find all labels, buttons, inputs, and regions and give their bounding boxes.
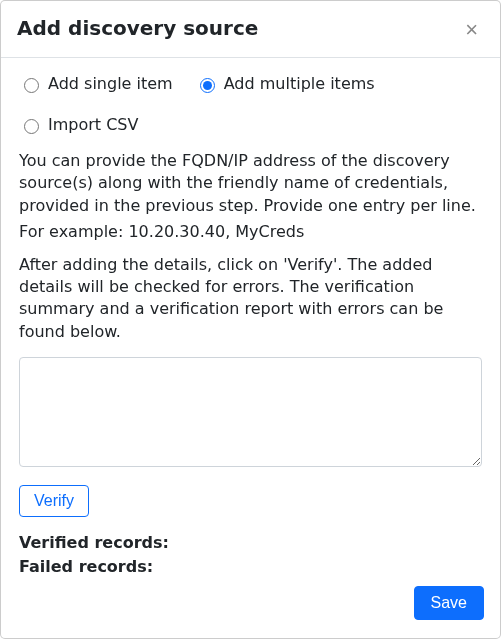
radio-label-multiple: Add multiple items [224, 74, 375, 93]
verify-button[interactable]: Verify [19, 485, 89, 517]
failed-records-label: Failed records: [19, 557, 153, 574]
help-example: For example: 10.20.30.40, MyCreds [19, 221, 482, 243]
help-text: You can provide the FQDN/IP address of t… [19, 150, 482, 343]
verified-records-line: Verified records: [19, 531, 482, 555]
modal-title: Add discovery source [17, 15, 258, 41]
modal-footer: Save [1, 574, 500, 638]
failed-records-line: Failed records: [19, 555, 482, 574]
discovery-entries-textarea[interactable] [19, 357, 482, 467]
radio-label-single: Add single item [48, 74, 173, 93]
help-paragraph-2: After adding the details, click on 'Veri… [19, 254, 482, 344]
radio-add-single-item[interactable]: Add single item [19, 74, 173, 93]
close-button[interactable]: × [459, 17, 484, 43]
help-paragraph-1: You can provide the FQDN/IP address of t… [19, 150, 482, 217]
save-button[interactable]: Save [414, 586, 484, 620]
close-icon: × [465, 17, 478, 42]
add-discovery-source-modal: Add discovery source × Add single item A… [0, 0, 501, 639]
radio-label-import: Import CSV [48, 115, 138, 134]
verified-records-label: Verified records: [19, 533, 169, 552]
radio-add-multiple-items[interactable]: Add multiple items [195, 74, 375, 93]
radio-input-import[interactable] [24, 119, 39, 134]
modal-body: Add single item Add multiple items Impor… [1, 58, 500, 574]
mode-radio-group: Add single item Add multiple items Impor… [19, 74, 482, 134]
radio-import-csv[interactable]: Import CSV [19, 115, 138, 134]
modal-header: Add discovery source × [1, 1, 500, 58]
radio-input-single[interactable] [24, 78, 39, 93]
verification-summary: Verified records: Failed records: [19, 531, 482, 574]
radio-input-multiple[interactable] [200, 78, 215, 93]
